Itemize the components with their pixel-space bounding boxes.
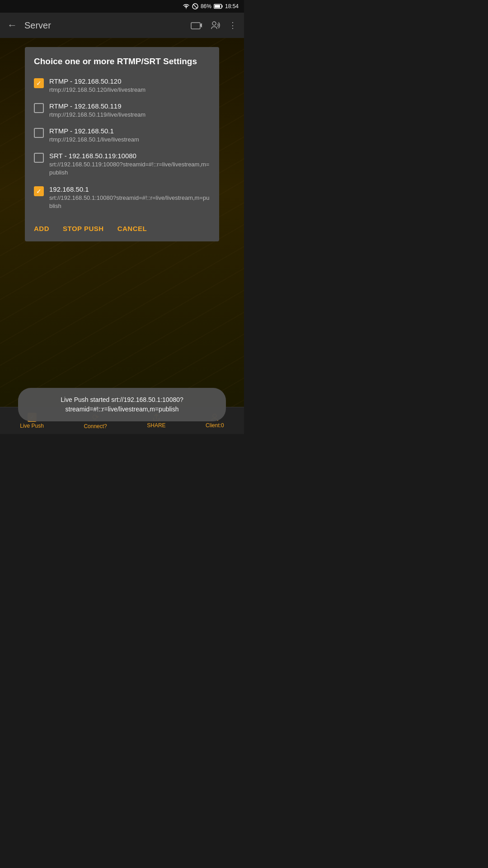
status-bar: 86% 18:54	[0, 0, 244, 13]
dialog-title: Choice one or more RTMP/SRT Settings	[34, 56, 210, 67]
cancel-button[interactable]: CANCEL	[117, 223, 147, 234]
item-5-title: 192.168.50.1	[49, 185, 210, 193]
item-5-text: 192.168.50.1 srt://192.168.50.1:10080?st…	[49, 185, 210, 210]
item-2-title: RTMP - 192.168.50.119	[49, 102, 210, 110]
connect-label: Connect?	[84, 423, 107, 429]
checkbox-3[interactable]	[34, 128, 44, 138]
list-item[interactable]: RTMP - 192.168.50.119 rtmp://192.168.50.…	[34, 102, 210, 119]
item-4-title: SRT - 192.168.50.119:10080	[49, 152, 210, 160]
item-3-title: RTMP - 192.168.50.1	[49, 127, 210, 135]
item-5-url: srt://192.168.50.1:10080?streamid=#!::r=…	[49, 194, 210, 210]
checkbox-unchecked-icon	[34, 103, 44, 113]
list-item[interactable]: RTMP - 192.168.50.1 rtmp://192.168.50.1/…	[34, 127, 210, 144]
stop-push-button[interactable]: STOP PUSH	[63, 223, 104, 234]
item-2-text: RTMP - 192.168.50.119 rtmp://192.168.50.…	[49, 102, 210, 119]
battery-text: 86%	[201, 3, 211, 9]
share-label: SHARE	[147, 422, 165, 429]
livepush-label: Live Push	[20, 423, 44, 429]
more-icon[interactable]: ⋮	[229, 20, 237, 30]
item-4-text: SRT - 192.168.50.119:10080 srt://192.168…	[49, 152, 210, 177]
time-text: 18:54	[225, 3, 239, 9]
svg-rect-5	[191, 23, 200, 29]
back-button[interactable]: ←	[7, 19, 17, 31]
checkbox-4[interactable]	[34, 153, 44, 163]
checkbox-checked-icon: ✓	[34, 186, 44, 196]
toast: Live Push started srt://192.168.50.1:100…	[18, 388, 226, 421]
camera-icon[interactable]	[191, 20, 202, 30]
item-4-url: srt://192.168.50.119:10080?streamid=#!::…	[49, 160, 210, 177]
svg-rect-3	[221, 5, 222, 8]
item-1-title: RTMP - 192.168.50.120	[49, 77, 210, 85]
checkbox-5[interactable]: ✓	[34, 186, 44, 196]
checkbox-checked-icon: ✓	[34, 78, 44, 88]
checkbox-2[interactable]	[34, 103, 44, 113]
screen: 86% 18:54 ← Server ⋮	[0, 0, 244, 434]
dialog-overlay: Choice one or more RTMP/SRT Settings ✓ R…	[0, 38, 244, 421]
item-1-url: rtmp://192.168.50.120/live/livestream	[49, 86, 210, 94]
checkbox-unchecked-icon	[34, 128, 44, 138]
item-1-text: RTMP - 192.168.50.120 rtmp://192.168.50.…	[49, 77, 210, 94]
block-icon	[192, 3, 198, 9]
list-item[interactable]: SRT - 192.168.50.119:10080 srt://192.168…	[34, 152, 210, 177]
app-bar-actions: ⋮	[191, 20, 237, 30]
dialog: Choice one or more RTMP/SRT Settings ✓ R…	[25, 47, 219, 241]
svg-line-1	[193, 5, 197, 8]
item-3-url: rtmp://192.168.50.1/live/livestream	[49, 136, 210, 144]
svg-point-7	[212, 22, 216, 25]
list-item[interactable]: ✓ 192.168.50.1 srt://192.168.50.1:10080?…	[34, 185, 210, 210]
item-2-url: rtmp://192.168.50.119/live/livestream	[49, 111, 210, 119]
app-bar-title: Server	[24, 20, 183, 31]
battery-icon	[214, 4, 223, 9]
client-label: Client:0	[206, 422, 224, 429]
item-3-text: RTMP - 192.168.50.1 rtmp://192.168.50.1/…	[49, 127, 210, 144]
checkbox-unchecked-icon	[34, 153, 44, 163]
checkbox-1[interactable]: ✓	[34, 78, 44, 88]
list-item[interactable]: ✓ RTMP - 192.168.50.120 rtmp://192.168.5…	[34, 77, 210, 94]
app-bar: ← Server ⋮	[0, 13, 244, 38]
person-audio-icon[interactable]	[211, 20, 221, 30]
status-icons: 86% 18:54	[183, 3, 239, 9]
wifi-icon	[183, 3, 190, 9]
add-button[interactable]: ADD	[34, 223, 49, 234]
main-content: Choice one or more RTMP/SRT Settings ✓ R…	[0, 38, 244, 421]
dialog-buttons: ADD STOP PUSH CANCEL	[34, 219, 210, 234]
svg-rect-4	[215, 5, 220, 8]
